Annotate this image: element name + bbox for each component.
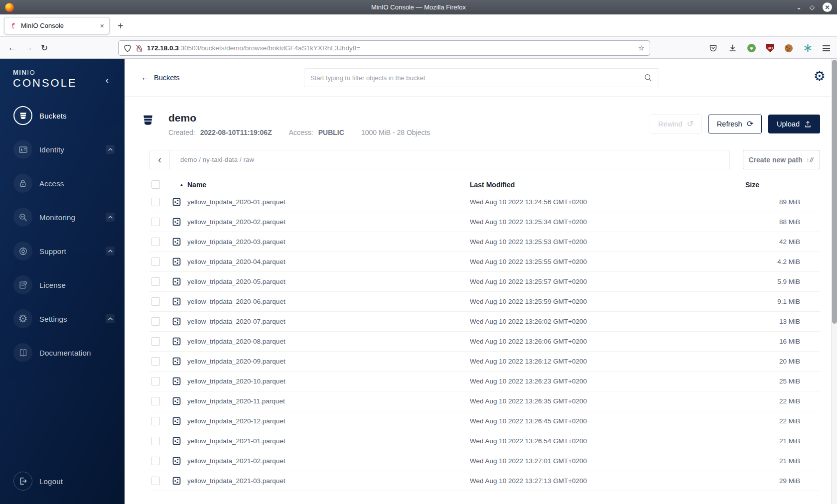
insecure-lock-icon[interactable] xyxy=(136,44,143,52)
sidebar-item-label: Support xyxy=(39,247,66,255)
menu-hamburger-icon[interactable] xyxy=(823,45,830,51)
row-checkbox[interactable] xyxy=(151,257,160,266)
scrollbar-thumb[interactable] xyxy=(832,60,837,324)
object-name[interactable]: yellow_tripdata_2020-01.parquet xyxy=(187,198,470,206)
chevron-up-icon[interactable] xyxy=(106,213,115,222)
table-row[interactable]: yellow_tripdata_2020-05.parquet Wed Aug … xyxy=(149,272,820,292)
pocket-icon[interactable] xyxy=(708,44,717,53)
sidebar-item[interactable]: Identity xyxy=(0,132,125,166)
sidebar-item[interactable]: License xyxy=(0,268,125,302)
forward-button[interactable]: → xyxy=(24,43,33,53)
row-checkbox[interactable] xyxy=(151,377,160,385)
sidebar-item[interactable]: Buckets xyxy=(0,99,125,132)
table-row[interactable]: yellow_tripdata_2020-02.parquet Wed Aug … xyxy=(149,212,820,232)
extension-asterisk-icon[interactable] xyxy=(803,44,812,53)
row-checkbox[interactable] xyxy=(151,357,160,366)
object-name[interactable]: yellow_tripdata_2020-12.parquet xyxy=(187,417,470,425)
table-row[interactable]: yellow_tripdata_2020-03.parquet Wed Aug … xyxy=(149,232,820,252)
object-name[interactable]: yellow_tripdata_2020-08.parquet xyxy=(187,338,470,345)
new-tab-button[interactable]: + xyxy=(118,20,124,32)
sidebar-collapse-icon[interactable]: ‹ xyxy=(106,75,109,86)
column-header-name[interactable]: Name xyxy=(187,181,470,189)
row-checkbox[interactable] xyxy=(151,337,160,346)
back-to-buckets-link[interactable]: ← Buckets xyxy=(141,73,180,83)
object-name[interactable]: yellow_tripdata_2020-05.parquet xyxy=(187,278,470,285)
upload-button[interactable]: Upload xyxy=(768,115,820,133)
ublock-origin-icon[interactable]: UO xyxy=(766,44,774,52)
rewind-button[interactable]: Rewind ↺ xyxy=(650,115,702,133)
sidebar-item[interactable]: Documentation xyxy=(0,336,125,370)
chevron-up-icon[interactable] xyxy=(106,247,115,255)
table-row[interactable]: yellow_tripdata_2020-04.parquet Wed Aug … xyxy=(149,252,820,272)
settings-gear-icon[interactable]: ⚙ xyxy=(814,70,826,83)
downloads-icon[interactable] xyxy=(728,44,737,53)
tab-close-icon[interactable]: × xyxy=(100,22,104,30)
path-back-chevron[interactable]: ‹ xyxy=(150,150,170,169)
tracking-shield-icon[interactable] xyxy=(124,44,132,52)
object-name[interactable]: yellow_tripdata_2021-01.parquet xyxy=(187,437,470,445)
row-checkbox[interactable] xyxy=(151,457,160,465)
table-row[interactable]: yellow_tripdata_2020-09.parquet Wed Aug … xyxy=(149,352,820,372)
table-row[interactable]: yellow_tripdata_2020-12.parquet Wed Aug … xyxy=(149,411,820,431)
object-filter-input[interactable] xyxy=(310,74,644,82)
chevron-up-icon[interactable] xyxy=(106,145,115,154)
sidebar-item[interactable]: ⚙ Settings xyxy=(0,302,125,336)
refresh-button[interactable]: Refresh ⟳ xyxy=(708,115,762,133)
object-name[interactable]: yellow_tripdata_2020-02.parquet xyxy=(187,218,470,226)
back-button[interactable]: ← xyxy=(8,43,16,53)
row-checkbox[interactable] xyxy=(151,277,160,286)
page-scrollbar[interactable] xyxy=(831,59,837,504)
row-checkbox[interactable] xyxy=(151,238,160,246)
table-row[interactable]: yellow_tripdata_2021-03.parquet Wed Aug … xyxy=(149,471,820,491)
row-checkbox[interactable] xyxy=(151,437,160,445)
chevron-up-icon[interactable] xyxy=(106,314,115,323)
table-row[interactable]: yellow_tripdata_2020-07.parquet Wed Aug … xyxy=(149,312,820,332)
url-bar[interactable]: 172.18.0.3:30503/buckets/demo/browse/bnk… xyxy=(118,40,650,56)
column-header-modified[interactable]: Last Modified xyxy=(470,181,745,189)
table-row[interactable]: yellow_tripdata_2020-08.parquet Wed Aug … xyxy=(149,332,820,352)
row-checkbox[interactable] xyxy=(151,297,160,306)
object-name[interactable]: yellow_tripdata_2020-11.parquet xyxy=(187,397,470,405)
reload-button[interactable]: ↻ xyxy=(41,43,48,53)
table-row[interactable]: yellow_tripdata_2021-01.parquet Wed Aug … xyxy=(149,431,820,451)
sidebar-item[interactable]: Access xyxy=(0,166,125,200)
object-name[interactable]: yellow_tripdata_2020-09.parquet xyxy=(187,358,470,365)
table-row[interactable]: yellow_tripdata_2020-11.parquet Wed Aug … xyxy=(149,391,820,411)
sidebar-item[interactable]: Support xyxy=(0,234,125,268)
object-name[interactable]: yellow_tripdata_2021-03.parquet xyxy=(187,477,470,485)
row-checkbox[interactable] xyxy=(151,198,160,206)
object-name[interactable]: yellow_tripdata_2020-06.parquet xyxy=(187,298,470,305)
create-new-path-button[interactable]: Create new path xyxy=(743,150,820,169)
object-name[interactable]: yellow_tripdata_2020-04.parquet xyxy=(187,258,470,265)
breadcrumb[interactable]: demo / ny-taxi-data / raw xyxy=(180,156,254,163)
table-row[interactable]: yellow_tripdata_2021-02.parquet Wed Aug … xyxy=(149,451,820,471)
row-checkbox[interactable] xyxy=(151,397,160,405)
window-maximize-button[interactable]: ◇ xyxy=(810,4,815,10)
bookmark-star-icon[interactable]: ☆ xyxy=(638,44,645,53)
parquet-file-icon xyxy=(172,218,187,226)
sidebar-item-logout[interactable]: Logout xyxy=(0,464,125,498)
table-row[interactable]: yellow_tripdata_2020-01.parquet Wed Aug … xyxy=(149,192,820,212)
sidebar-item[interactable]: Monitoring xyxy=(0,200,125,234)
row-checkbox[interactable] xyxy=(151,317,160,326)
object-last-modified: Wed Aug 10 2022 13:25:59 GMT+0200 xyxy=(470,298,745,305)
row-checkbox[interactable] xyxy=(151,417,160,425)
browser-navbar: ← → ↻ 172.18.0.3:30503/buckets/demo/brow… xyxy=(0,37,837,59)
column-header-size[interactable]: Size xyxy=(745,181,820,189)
object-name[interactable]: yellow_tripdata_2020-07.parquet xyxy=(187,318,470,325)
object-name[interactable]: yellow_tripdata_2020-10.parquet xyxy=(187,378,470,385)
select-all-checkbox[interactable] xyxy=(151,180,160,189)
table-row[interactable]: yellow_tripdata_2020-06.parquet Wed Aug … xyxy=(149,292,820,312)
privacy-badger-icon[interactable]: Ψ xyxy=(747,44,756,52)
window-minimize-button[interactable]: ⌄ xyxy=(796,4,802,10)
table-row[interactable]: yellow_tripdata_2020-10.parquet Wed Aug … xyxy=(149,372,820,391)
sort-ascending-icon[interactable]: ▲ xyxy=(172,182,187,187)
browser-tab[interactable]: MinIO Console × xyxy=(4,17,110,34)
window-close-button[interactable]: ✕ xyxy=(823,2,832,12)
row-checkbox[interactable] xyxy=(151,477,160,485)
object-name[interactable]: yellow_tripdata_2021-02.parquet xyxy=(187,457,470,465)
row-checkbox[interactable] xyxy=(151,218,160,226)
cookie-extension-icon[interactable] xyxy=(785,44,793,52)
object-name[interactable]: yellow_tripdata_2020-03.parquet xyxy=(187,238,470,246)
object-last-modified: Wed Aug 10 2022 13:27:13 GMT+0200 xyxy=(470,477,745,485)
